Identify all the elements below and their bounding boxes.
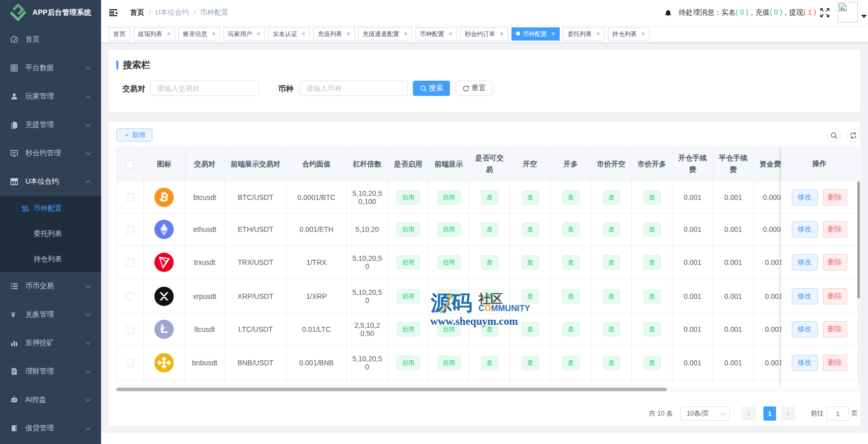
svg-text:¥: ¥ [11,311,15,319]
svg-text:www.shequym.com: www.shequym.com [430,315,518,327]
svg-text:COMMUNITY: COMMUNITY [478,303,530,313]
